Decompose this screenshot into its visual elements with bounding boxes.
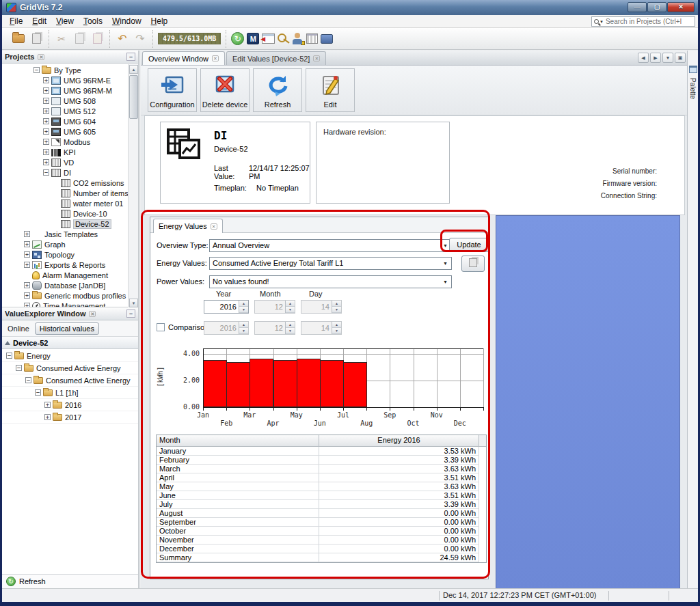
table-row-may[interactable]: May3.63 kWh <box>157 482 486 491</box>
search-input[interactable] <box>606 18 693 25</box>
expander-plus-icon[interactable]: + <box>43 159 49 165</box>
undo-icon[interactable]: ↶ <box>115 32 130 46</box>
spin-up-icon[interactable]: ▲ <box>239 322 248 328</box>
table-row-october[interactable]: October0.00 kWh <box>157 527 486 536</box>
day-stepper[interactable]: 14 ▲▼ <box>301 300 342 314</box>
spin-down-icon[interactable]: ▼ <box>286 328 295 334</box>
cut-icon[interactable]: ✂ <box>54 32 69 46</box>
tree-item-time-management[interactable]: +Time Management <box>2 301 138 307</box>
comparison-month-stepper[interactable]: 12 ▲▼ <box>254 321 295 335</box>
spin-down-icon[interactable]: ▼ <box>332 307 341 313</box>
sync-icon[interactable]: ↻ <box>231 32 244 45</box>
expander-plus-icon[interactable]: + <box>24 262 30 268</box>
tab-close-icon[interactable]: ✕ <box>313 55 320 61</box>
year-stepper[interactable]: 2016 ▲▼ <box>204 300 249 314</box>
table-row-april[interactable]: April3.51 kWh <box>157 473 486 482</box>
tree-item-jasic-templates[interactable]: +Jasic Templates <box>2 229 138 239</box>
table-row-june[interactable]: June3.51 kWh <box>157 491 486 500</box>
tab-close-icon[interactable]: ✕ <box>212 55 219 61</box>
tab-historical-values[interactable]: Historical values <box>35 322 99 335</box>
table-row-september[interactable]: September0.00 kWh <box>157 518 486 527</box>
expander-plus-icon[interactable]: + <box>43 98 49 104</box>
edit-button[interactable]: Edit <box>306 68 355 112</box>
spin-down-icon[interactable]: ▼ <box>332 328 341 334</box>
tree-item-alarm-management[interactable]: Alarm Management <box>2 270 138 280</box>
calendar-icon[interactable] <box>306 33 318 44</box>
tree-item-co2-emissions[interactable]: CO2 emissions <box>2 178 138 188</box>
palette-strip[interactable]: Palette <box>687 51 698 588</box>
menu-edit[interactable]: Edit <box>27 16 51 27</box>
spin-down-icon[interactable]: ▼ <box>239 328 248 334</box>
table-row-january[interactable]: January3.53 kWh <box>157 447 486 456</box>
expander-plus-icon[interactable]: + <box>43 128 49 135</box>
close-window-icon[interactable]: ✕ <box>667 2 695 12</box>
overview-type-select[interactable]: Annual Overview ▼ <box>209 239 452 252</box>
tree-item-energy[interactable]: −Energy <box>2 350 138 362</box>
tree-item-umg-508[interactable]: +UMG 508 <box>2 96 138 106</box>
month-stepper[interactable]: 12 ▲▼ <box>254 300 295 314</box>
tab-energy-values[interactable]: Energy Values ✕ <box>153 219 223 233</box>
comparison-day-stepper[interactable]: 14 ▲▼ <box>301 321 342 335</box>
database-panel-icon[interactable] <box>321 34 333 44</box>
tree-item-number-of-items[interactable]: Number of items <box>2 188 138 198</box>
column-header-month[interactable]: Month <box>157 435 319 447</box>
tree-item-consumed-active-energy[interactable]: −Consumed Active Energy <box>2 374 138 387</box>
table-row-march[interactable]: March3.63 kWh <box>157 465 486 473</box>
table-row-december[interactable]: December0.00 kWh <box>157 545 486 553</box>
expander-minus-icon[interactable]: − <box>35 389 41 396</box>
tab-edit-values[interactable]: Edit Values [Device-52] ✕ <box>226 51 326 65</box>
expander-plus-icon[interactable]: + <box>43 108 49 114</box>
delete-device-button[interactable]: Delete device <box>200 68 250 112</box>
table-row-summary[interactable]: Summary24.59 kWh <box>157 553 486 562</box>
menu-tools[interactable]: Tools <box>79 16 107 27</box>
scroll-tabs-left-icon[interactable]: ◀ <box>638 53 649 63</box>
export-window-icon[interactable] <box>262 33 275 44</box>
tree-item-2016[interactable]: +2016 <box>2 399 138 411</box>
tree-item-umg-604[interactable]: +UMG 604 <box>2 116 138 126</box>
expander-plus-icon[interactable]: + <box>43 149 49 155</box>
tab-close-icon[interactable]: ✕ <box>211 223 217 230</box>
scrollbar-thumb[interactable] <box>129 75 138 119</box>
tree-item-topology[interactable]: +Topology <box>2 249 138 260</box>
menu-window[interactable]: Window <box>107 16 146 27</box>
tree-item-modbus[interactable]: +Modbus <box>2 137 138 147</box>
spin-up-icon[interactable]: ▲ <box>332 322 341 328</box>
tree-item-device-10[interactable]: Device-10 <box>2 208 138 219</box>
expander-minus-icon[interactable]: − <box>25 377 31 383</box>
value-explorer-minimize-icon[interactable]: – <box>126 309 135 318</box>
update-button[interactable]: Update <box>449 238 489 252</box>
open-project-icon[interactable] <box>11 32 26 46</box>
tree-item-water-meter-01[interactable]: water meter 01 <box>2 198 138 208</box>
expander-plus-icon[interactable]: + <box>44 414 51 420</box>
expander-plus-icon[interactable]: + <box>43 87 49 94</box>
explorer-refresh-row[interactable]: ↻ Refresh <box>2 574 138 588</box>
expander-minus-icon[interactable]: − <box>43 169 49 176</box>
tree-item-exports-reports[interactable]: +Exports & Reports <box>2 260 138 270</box>
table-row-november[interactable]: November0.00 kWh <box>157 536 486 545</box>
search-box[interactable]: ▼ <box>591 16 695 27</box>
table-row-july[interactable]: July3.39 kWh <box>157 500 486 509</box>
table-row-august[interactable]: August0.00 kWh <box>157 509 486 518</box>
tree-item-2017[interactable]: +2017 <box>2 411 138 424</box>
tree-item-di[interactable]: −DI <box>2 167 138 178</box>
tree-item-umg-96rm-e[interactable]: +UMG 96RM-E <box>2 75 138 85</box>
tree-item-kpi[interactable]: +KPI <box>2 147 138 157</box>
refresh-button[interactable]: Refresh <box>253 68 302 112</box>
memory-indicator[interactable]: 479.5/613.0MB <box>158 33 221 44</box>
tree-item-umg-512[interactable]: +UMG 512 <box>2 106 138 116</box>
expander-plus-icon[interactable]: + <box>24 292 30 299</box>
expander-plus-icon[interactable]: + <box>24 282 30 288</box>
spin-down-icon[interactable]: ▼ <box>286 307 295 313</box>
export-button[interactable] <box>461 256 485 272</box>
menu-file[interactable]: File <box>5 16 27 27</box>
maximize-window-icon[interactable]: ▢ <box>647 2 667 12</box>
expander-minus-icon[interactable]: − <box>16 365 22 371</box>
tab-overview-window[interactable]: Overview Window ✕ <box>142 51 225 65</box>
energy-values-select[interactable]: Consumed Active Energy Total Tariff L1 ▼ <box>209 257 452 270</box>
import-icon[interactable]: M <box>247 33 259 44</box>
column-header-energy-2016[interactable]: Energy 2016 <box>319 435 479 447</box>
scroll-tabs-right-icon[interactable]: ▶ <box>650 53 661 63</box>
expander-plus-icon[interactable]: + <box>43 118 49 124</box>
spin-up-icon[interactable]: ▲ <box>239 301 248 307</box>
power-values-select[interactable]: No values found! ▼ <box>209 275 452 288</box>
